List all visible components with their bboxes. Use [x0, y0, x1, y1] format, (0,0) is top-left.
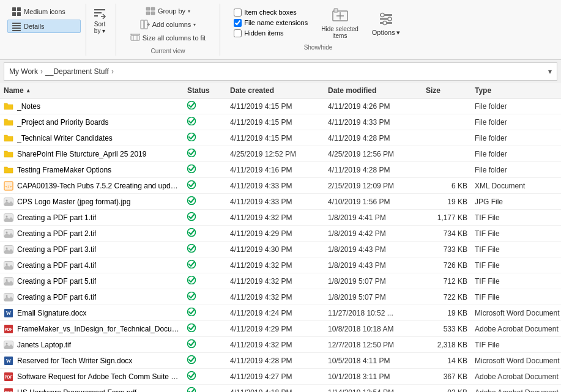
svg-rect-4 — [12, 23, 21, 24]
table-row[interactable]: _Project and Priority Boards 4/11/2019 4… — [0, 114, 561, 130]
file-status-cell — [184, 354, 226, 367]
file-date-modified-cell: 1/14/2019 12:54 PM — [324, 386, 422, 392]
svg-rect-20 — [131, 35, 139, 40]
table-row[interactable]: Testing FrameMaker Options 4/11/2019 4:1… — [0, 162, 561, 178]
show-hide-group: Item check boxes File name extensions Hi… — [220, 4, 416, 56]
file-icon: W — [4, 356, 13, 366]
table-row[interactable]: Creating a PDF part 4.tif 4/11/2019 4:32… — [0, 257, 561, 273]
file-name-cell: Creating a PDF part 3.tif — [0, 243, 184, 256]
file-size-cell: 19 KB — [422, 195, 471, 208]
table-row[interactable]: PDF FrameMaker_vs_InDesign_for_Technical… — [0, 321, 561, 337]
file-status-cell — [184, 211, 226, 224]
file-icon — [4, 245, 13, 254]
table-row[interactable]: PDF Software Request for Adobe Tech Comm… — [0, 369, 561, 385]
sync-status-icon — [187, 180, 196, 191]
table-row[interactable]: PDF US Hardware Procurement Form.pdf 4/1… — [0, 385, 561, 392]
current-view-group: Group by ▾ Add columns ▾ — [116, 4, 220, 56]
file-date-created-cell: 4/11/2019 4:28 PM — [226, 354, 324, 367]
table-row[interactable]: Creating a PDF part 1.tif 4/11/2019 4:32… — [0, 210, 561, 226]
header-status[interactable]: Status — [184, 85, 226, 96]
table-row[interactable]: _Technical Writer Candidates 4/11/2019 4… — [0, 130, 561, 146]
header-name[interactable]: Name ▲ — [0, 85, 184, 96]
svg-point-33 — [381, 13, 384, 17]
sort-by-label: Sortby ▾ — [94, 21, 105, 34]
view-selector: Medium icons Details — [6, 4, 86, 56]
table-row[interactable]: _Notes 4/11/2019 4:15 PM 4/11/2019 4:26 … — [0, 98, 561, 114]
file-date-created-cell: 4/25/2019 12:52 PM — [226, 147, 324, 160]
file-icon — [4, 197, 13, 207]
file-type-cell: File folder — [471, 116, 561, 128]
group-by-btn[interactable]: Group by ▾ — [143, 5, 193, 17]
file-icon — [4, 340, 13, 350]
table-row[interactable]: CPS Logo Master (jpeg format).jpg 4/11/2… — [0, 194, 561, 210]
file-name-cell: PDF FrameMaker_vs_InDesign_for_Technical… — [0, 322, 184, 335]
file-size-cell: 722 KB — [422, 290, 471, 303]
file-date-created-cell: 4/11/2019 4:30 PM — [226, 243, 324, 256]
table-row[interactable]: SharePoint File Sturcture_April 25 2019 … — [0, 146, 561, 162]
table-row[interactable]: Creating a PDF part 2.tif 4/11/2019 4:29… — [0, 226, 561, 242]
item-checkboxes-checkbox[interactable] — [234, 9, 242, 17]
svg-rect-5 — [12, 25, 21, 26]
file-size-cell: 726 KB — [422, 259, 471, 272]
file-status-cell — [184, 195, 226, 208]
file-name-extensions-checkbox[interactable] — [234, 19, 242, 27]
address-dropdown-btn[interactable]: ▾ — [548, 67, 552, 76]
file-name-cell: W Email Signature.docx — [0, 306, 184, 319]
header-date-created[interactable]: Date created — [226, 85, 324, 96]
header-type[interactable]: Type — [471, 85, 561, 96]
table-row[interactable]: Janets Laptop.tif 4/11/2019 4:32 PM 12/7… — [0, 337, 561, 353]
sort-by-btn[interactable]: Sortby ▾ — [90, 5, 110, 35]
table-row[interactable]: W Email Signature.docx 4/11/2019 4:24 PM… — [0, 305, 561, 321]
file-name-text: CAPA00139-Tech Pubs 7.5.2 Creating and u… — [17, 182, 180, 190]
file-date-created-cell: 4/11/2019 4:27 PM — [226, 370, 324, 383]
file-size-cell: 93 KB — [422, 386, 471, 392]
file-date-modified-cell: 10/5/2018 4:11 PM — [324, 354, 422, 367]
table-row[interactable]: Creating a PDF part 3.tif 4/11/2019 4:30… — [0, 242, 561, 257]
file-name-text: SharePoint File Sturcture_April 25 2019 — [17, 150, 146, 158]
file-status-cell — [184, 147, 226, 160]
file-name-text: Creating a PDF part 4.tif — [17, 261, 96, 270]
file-status-cell — [184, 259, 226, 272]
address-crumb-2[interactable]: __Department Stuff — [45, 67, 109, 76]
table-row[interactable]: W Reserved for Tech Writer Sign.docx 4/1… — [0, 353, 561, 369]
size-columns-btn[interactable]: Size all columns to fit — [128, 32, 208, 44]
add-columns-btn[interactable]: Add columns ▾ — [138, 18, 199, 31]
file-size-cell — [422, 147, 471, 160]
medium-icons-view-btn[interactable]: Medium icons — [7, 5, 81, 18]
address-crumb-1[interactable]: My Work — [9, 67, 38, 76]
file-date-modified-cell: 4/11/2019 4:33 PM — [324, 116, 422, 128]
sync-status-icon — [187, 117, 196, 127]
sync-status-icon — [187, 212, 196, 223]
file-name-text: _Technical Writer Candidates — [17, 134, 113, 142]
options-btn[interactable]: Options ▾ — [368, 8, 404, 38]
svg-rect-29 — [334, 9, 338, 12]
file-name-cell: SharePoint File Sturcture_April 25 2019 — [0, 147, 184, 160]
file-name-cell: Creating a PDF part 1.tif — [0, 211, 184, 224]
item-checkboxes-label[interactable]: Item check boxes — [232, 8, 309, 17]
file-status-cell — [184, 306, 226, 319]
hidden-items-checkbox[interactable] — [234, 29, 242, 37]
file-date-created-cell: 4/11/2019 4:15 PM — [226, 131, 324, 144]
table-row[interactable]: </> CAPA00139-Tech Pubs 7.5.2 Creating a… — [0, 178, 561, 194]
file-size-cell: 19 KB — [422, 306, 471, 319]
file-name-text: Creating a PDF part 2.tif — [17, 229, 96, 238]
group-by-dropdown-icon: ▾ — [188, 9, 190, 14]
svg-text:PDF: PDF — [5, 327, 13, 331]
details-view-btn[interactable]: Details — [7, 20, 81, 33]
header-size[interactable]: Size — [422, 85, 471, 96]
file-size-cell: 2,318 KB — [422, 338, 471, 351]
svg-text:</>: </> — [6, 184, 12, 188]
file-name-extensions-label[interactable]: File name extensions — [232, 18, 309, 28]
hide-selected-btn[interactable]: Hide selected items — [318, 5, 362, 40]
file-list-header: Name ▲ Status Date created Date modified… — [0, 83, 561, 98]
file-name-text: Creating a PDF part 6.tif — [17, 293, 96, 301]
file-name-cell: _Project and Priority Boards — [0, 116, 184, 128]
svg-point-35 — [383, 21, 387, 24]
table-row[interactable]: Creating a PDF part 6.tif 4/11/2019 4:32… — [0, 289, 561, 305]
table-row[interactable]: Creating a PDF part 5.tif 4/11/2019 4:32… — [0, 273, 561, 289]
svg-point-34 — [388, 17, 392, 21]
file-status-cell — [184, 116, 226, 128]
hidden-items-label[interactable]: Hidden items — [232, 29, 309, 38]
header-date-modified[interactable]: Date modified — [324, 85, 422, 96]
file-date-created-cell: 4/11/2019 4:15 PM — [226, 100, 324, 113]
